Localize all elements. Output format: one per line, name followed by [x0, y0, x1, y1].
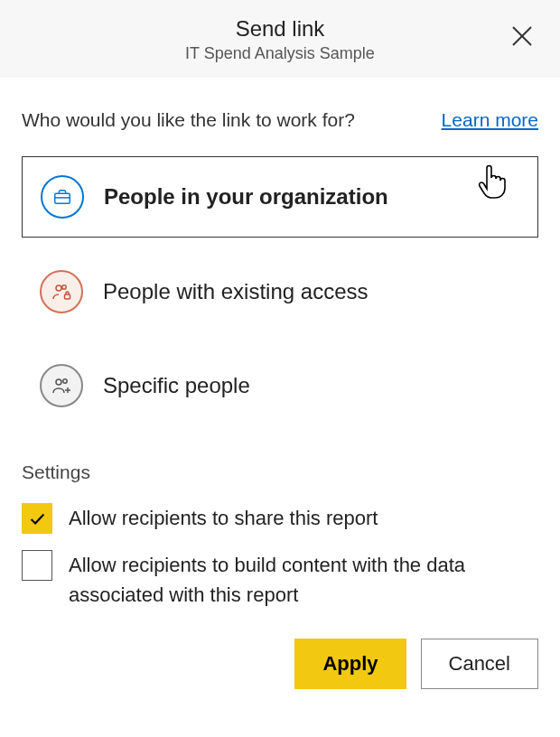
people-add-icon — [40, 364, 83, 407]
checkbox-allow-build[interactable] — [22, 550, 52, 581]
settings-section: Settings Allow recipients to share this … — [22, 462, 538, 610]
cursor-hand-icon — [474, 163, 509, 204]
dialog-subtitle: IT Spend Analysis Sample — [22, 44, 538, 63]
svg-rect-6 — [65, 294, 70, 299]
prompt-row: Who would you like the link to work for?… — [22, 109, 538, 131]
option-specific-people[interactable]: Specific people — [22, 346, 538, 425]
svg-rect-2 — [55, 193, 70, 203]
dialog-title: Send link — [22, 16, 538, 42]
cancel-button[interactable]: Cancel — [421, 639, 538, 689]
svg-point-5 — [62, 285, 66, 289]
dialog-header: Send link IT Spend Analysis Sample — [0, 0, 560, 77]
button-row: Apply Cancel — [22, 639, 538, 689]
option-existing-access-label: People with existing access — [103, 279, 368, 304]
checkbox-allow-share[interactable] — [22, 503, 52, 534]
dialog-content: Who would you like the link to work for?… — [0, 77, 560, 711]
apply-button[interactable]: Apply — [294, 639, 406, 689]
option-organization[interactable]: People in your organization — [22, 156, 538, 238]
option-existing-access[interactable]: People with existing access — [22, 252, 538, 331]
option-organization-label: People in your organization — [104, 184, 388, 210]
option-specific-people-label: Specific people — [103, 373, 250, 398]
checkbox-allow-build-label: Allow recipients to build content with t… — [69, 550, 538, 610]
people-lock-icon — [40, 270, 83, 313]
close-button[interactable] — [506, 20, 538, 52]
close-icon — [510, 24, 534, 48]
settings-heading: Settings — [22, 462, 538, 483]
check-icon — [27, 508, 47, 528]
briefcase-icon — [41, 175, 84, 219]
checkbox-row-allow-build: Allow recipients to build content with t… — [22, 550, 538, 610]
learn-more-link[interactable]: Learn more — [442, 109, 538, 131]
svg-point-7 — [56, 379, 61, 385]
prompt-question: Who would you like the link to work for? — [22, 109, 355, 131]
checkbox-row-allow-share: Allow recipients to share this report — [22, 503, 538, 534]
svg-point-8 — [63, 379, 67, 383]
svg-point-4 — [56, 285, 61, 291]
checkbox-allow-share-label: Allow recipients to share this report — [69, 503, 378, 533]
